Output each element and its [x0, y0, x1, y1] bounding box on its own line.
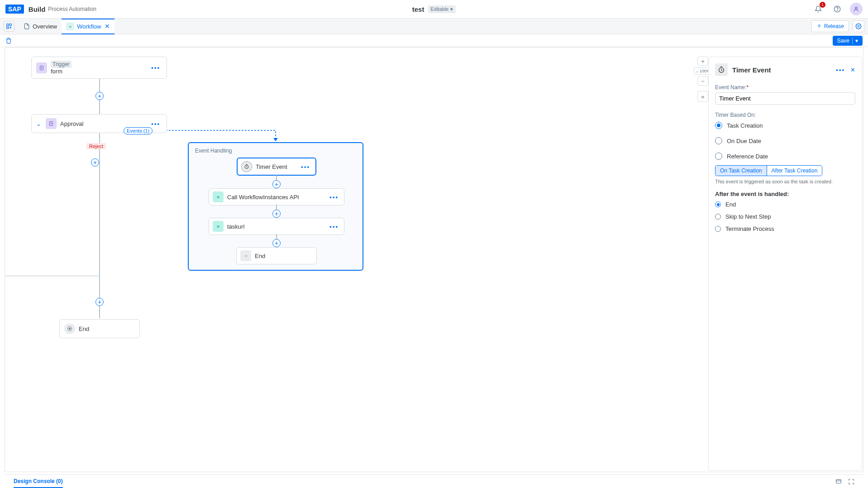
user-avatar[interactable] — [850, 3, 863, 15]
svg-point-6 — [858, 25, 859, 27]
status-pill[interactable]: Editable▾ — [428, 5, 456, 13]
close-tab-icon[interactable]: ✕ — [105, 23, 110, 30]
svg-rect-3 — [7, 24, 9, 26]
delete-icon[interactable] — [5, 38, 12, 44]
svg-rect-4 — [10, 24, 11, 26]
app-header: SAP Build Process Automation test Editab… — [0, 0, 868, 19]
save-dropdown-icon[interactable]: ▾ — [852, 38, 858, 44]
svg-point-1 — [837, 10, 838, 11]
sap-logo: SAP — [5, 5, 24, 14]
tab-overview-label: Overview — [33, 23, 57, 30]
tab-workflow[interactable]: » Workflow ✕ — [62, 19, 114, 34]
settings-icon[interactable] — [853, 20, 864, 32]
release-button[interactable]: Release — [811, 20, 849, 32]
svg-rect-5 — [7, 27, 9, 29]
project-name: test — [412, 5, 424, 13]
editor-toolbar: Save ▾ — [0, 34, 868, 47]
workflow-icon: » — [66, 22, 74, 30]
notification-badge: 1 — [820, 2, 825, 8]
tab-workflow-label: Workflow — [77, 23, 101, 30]
tab-overview[interactable]: Overview — [19, 19, 62, 34]
product-label: Process Automation — [48, 6, 96, 12]
help-icon[interactable] — [831, 3, 844, 15]
artifact-picker-icon[interactable] — [4, 21, 14, 32]
chevron-down-icon: ▾ — [450, 6, 453, 12]
svg-point-2 — [855, 7, 858, 9]
build-label: Build — [29, 5, 46, 13]
save-button[interactable]: Save ▾ — [833, 36, 863, 46]
notifications-icon[interactable]: 1 — [812, 3, 825, 15]
tabs-bar: Overview » Workflow ✕ Release — [0, 19, 868, 34]
file-icon — [24, 23, 30, 29]
